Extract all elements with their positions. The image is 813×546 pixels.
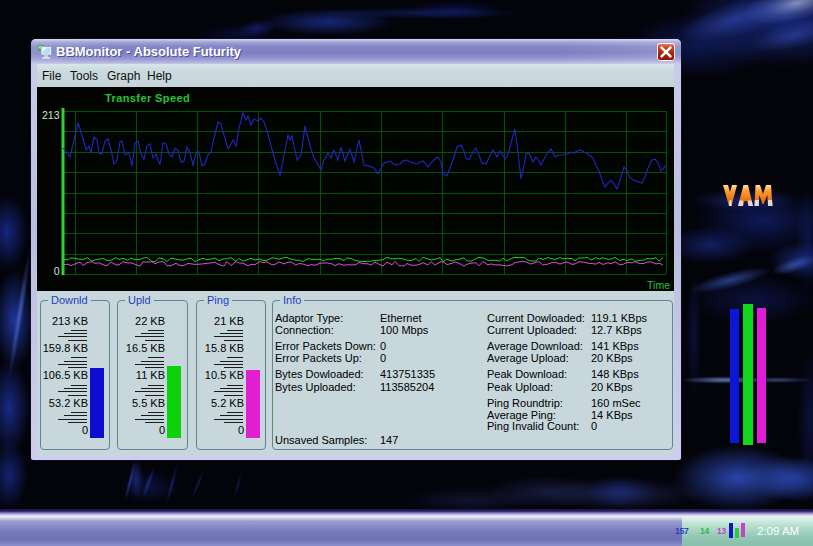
svg-text:Time: Time — [647, 279, 670, 291]
svg-text:Transfer Speed: Transfer Speed — [105, 92, 190, 104]
svg-text:213: 213 — [42, 109, 60, 121]
svg-text:0: 0 — [54, 265, 60, 277]
